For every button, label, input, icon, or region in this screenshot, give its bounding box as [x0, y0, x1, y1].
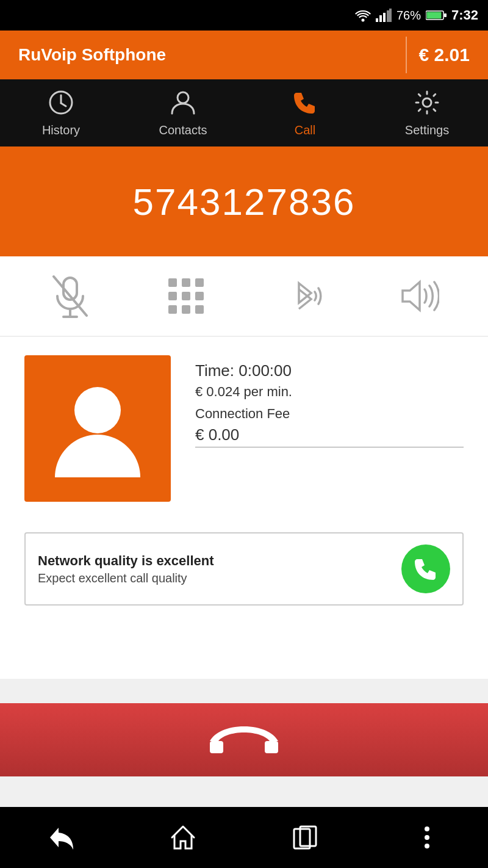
- svg-rect-24: [168, 305, 177, 314]
- battery-icon: [426, 10, 447, 21]
- svg-rect-5: [389, 9, 392, 22]
- svg-point-32: [425, 826, 429, 831]
- avatar: [24, 355, 171, 502]
- svg-rect-23: [195, 292, 204, 300]
- person-icon: [171, 89, 195, 120]
- hangup-icon: [201, 722, 287, 758]
- tab-contacts[interactable]: Contacts: [122, 79, 244, 146]
- bluetooth-button[interactable]: [271, 266, 332, 327]
- home-button[interactable]: [159, 813, 207, 862]
- svg-rect-28: [210, 741, 223, 753]
- svg-point-27: [74, 387, 121, 433]
- svg-rect-3: [383, 13, 386, 22]
- app-title: RuVoip Softphone: [18, 45, 166, 65]
- header-divider: [406, 37, 407, 73]
- svg-point-13: [423, 98, 431, 107]
- tab-call[interactable]: Call: [244, 79, 366, 146]
- speaker-icon: [396, 275, 439, 317]
- call-rate: € 0.024 per min.: [195, 384, 464, 400]
- tab-history[interactable]: History: [0, 79, 122, 146]
- mid-white-space: [0, 618, 488, 679]
- svg-rect-29: [265, 741, 278, 753]
- call-info-section: Time: 0:00:00 € 0.024 per min. Connectio…: [0, 337, 488, 520]
- gear-icon: [414, 89, 440, 120]
- svg-line-11: [61, 103, 66, 106]
- connection-fee-value: € 0.00: [195, 425, 464, 447]
- battery-percent: 76%: [396, 9, 421, 23]
- signal-icon: [376, 9, 392, 22]
- network-quality-text: Network quality is excellent Expect exce…: [38, 553, 401, 585]
- svg-point-0: [361, 19, 364, 22]
- svg-rect-4: [387, 10, 389, 22]
- network-quality-section: Network quality is excellent Expect exce…: [0, 520, 488, 618]
- connection-fee-label: Connection Fee: [195, 406, 464, 422]
- hangup-button[interactable]: [0, 703, 488, 776]
- number-display: 5743127836: [0, 146, 488, 256]
- recents-button[interactable]: [281, 813, 329, 862]
- nav-tabs: History Contacts Call Settings: [0, 79, 488, 146]
- svg-rect-25: [182, 305, 190, 314]
- more-icon: [412, 823, 442, 852]
- svg-rect-7: [426, 12, 441, 19]
- call-action-button[interactable]: [401, 544, 450, 593]
- svg-rect-2: [379, 15, 382, 22]
- tab-history-label: History: [42, 123, 80, 137]
- call-phone-icon: [412, 555, 439, 582]
- call-time: Time: 0:00:00: [195, 361, 464, 380]
- mute-icon: [49, 272, 92, 320]
- bottom-nav: [0, 807, 488, 868]
- status-icons: 76% 7:32: [355, 7, 478, 23]
- controls-row: [0, 256, 488, 336]
- app-header: RuVoip Softphone € 2.01: [0, 31, 488, 79]
- svg-point-34: [425, 844, 429, 848]
- keypad-icon: [165, 275, 207, 317]
- svg-rect-20: [195, 278, 204, 287]
- home-icon: [168, 823, 198, 852]
- svg-rect-21: [168, 292, 177, 300]
- network-quality-title: Network quality is excellent: [38, 553, 401, 569]
- back-icon: [46, 823, 76, 852]
- svg-rect-26: [195, 305, 204, 314]
- status-time: 7:32: [451, 7, 478, 23]
- keypad-button[interactable]: [156, 266, 217, 327]
- call-details: Time: 0:00:00 € 0.024 per min. Connectio…: [195, 355, 464, 447]
- phone-icon: [292, 89, 318, 120]
- tab-settings[interactable]: Settings: [366, 79, 488, 146]
- mute-button[interactable]: [40, 266, 101, 327]
- tab-call-label: Call: [295, 123, 315, 137]
- tab-contacts-label: Contacts: [159, 123, 207, 137]
- svg-rect-8: [444, 13, 447, 17]
- speaker-button[interactable]: [387, 266, 448, 327]
- clock-icon: [48, 89, 74, 120]
- svg-point-12: [178, 92, 188, 103]
- tab-settings-label: Settings: [405, 123, 449, 137]
- svg-rect-22: [182, 292, 190, 300]
- svg-rect-1: [376, 18, 378, 22]
- svg-rect-19: [182, 278, 190, 287]
- back-button[interactable]: [37, 813, 85, 862]
- wifi-icon: [355, 9, 371, 22]
- avatar-silhouette: [43, 374, 152, 483]
- bluetooth-icon: [281, 275, 323, 317]
- more-button[interactable]: [403, 813, 451, 862]
- svg-rect-18: [168, 278, 177, 287]
- network-quality-box: Network quality is excellent Expect exce…: [24, 532, 464, 606]
- network-quality-subtitle: Expect excellent call quality: [38, 571, 401, 585]
- phone-number: 5743127836: [133, 180, 356, 223]
- status-bar: 76% 7:32: [0, 0, 488, 31]
- app-balance: € 2.01: [419, 45, 470, 65]
- svg-point-33: [425, 835, 429, 840]
- recents-icon: [290, 823, 320, 852]
